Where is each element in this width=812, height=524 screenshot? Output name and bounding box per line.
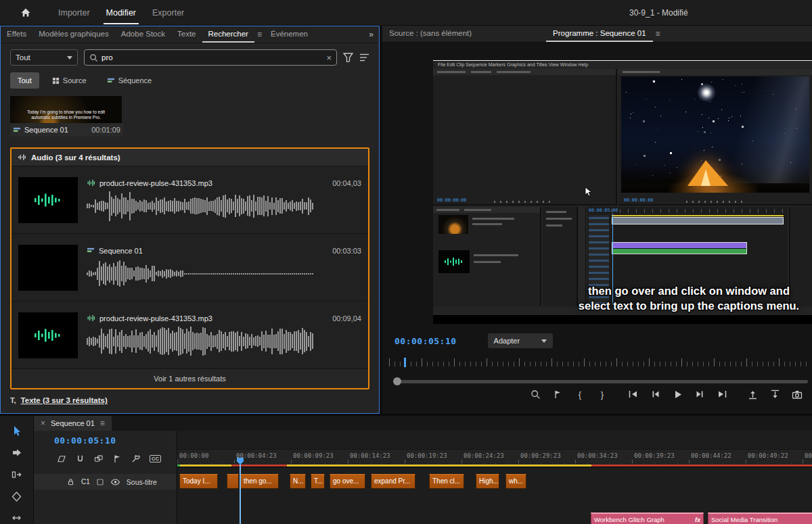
video-clip-social-media-transition[interactable]: Social Media Transition <box>708 513 812 524</box>
go-to-out-button[interactable] <box>717 389 727 400</box>
clear-search-icon[interactable]: × <box>326 53 332 63</box>
scrollbar-knob[interactable] <box>393 377 401 385</box>
program-mini-playhead[interactable] <box>404 358 406 367</box>
tab-source-monitor[interactable]: Source : (sans élément) <box>382 26 478 42</box>
filter-icon[interactable] <box>343 53 353 62</box>
timeline-ruler[interactable]: 00:00:0000:00:04:2300:00:09:2300:00:14:2… <box>177 450 812 467</box>
caption-clip-item[interactable] <box>227 474 239 489</box>
add-marker-icon[interactable] <box>113 454 121 463</box>
filter-button-tout[interactable]: Tout <box>10 72 39 89</box>
lift-button[interactable] <box>747 389 758 400</box>
go-to-in-button[interactable] <box>627 389 638 400</box>
caption-clip-then-cl[interactable]: Then cl... <box>429 474 464 489</box>
ruler-tick-label: 00:00:39:23 <box>634 452 675 459</box>
extract-button[interactable] <box>769 389 780 400</box>
timeline-header-column: 00:00:05:10 CC C1 <box>34 431 177 524</box>
show-more-results-button[interactable]: Voir 1 autres résultats <box>12 369 368 388</box>
close-tab-icon[interactable]: × <box>41 419 45 428</box>
panel-tab-adobe-stock[interactable]: Adobe Stock <box>115 26 171 43</box>
search-input[interactable] <box>102 53 323 62</box>
caption-clip-n[interactable]: N... <box>290 474 306 489</box>
lock-icon[interactable] <box>66 477 75 486</box>
timeline-panel: × Sequence 01 ≡ 00:00:05:10 CC <box>0 414 812 524</box>
audio-result-item[interactable]: product-review-pulse-431353.mp300:09,04 <box>12 302 368 369</box>
waveform-preview <box>87 325 361 358</box>
caption-clip-today-i[interactable]: Today I... <box>179 474 218 489</box>
ruler-tick-label: 00:00:29:23 <box>520 452 561 459</box>
caption-clip-go-ove[interactable]: go ove... <box>330 474 365 489</box>
caption-track-badge[interactable]: C1 <box>81 478 90 485</box>
caption-clip-expand-pr[interactable]: expand Pr... <box>371 474 415 489</box>
slip-tool[interactable] <box>9 513 25 524</box>
timeline-settings-wrench-icon[interactable] <box>131 454 140 463</box>
ruler-tick-label: 00:00:09:23 <box>293 452 334 459</box>
caption-track-header[interactable]: C1 Sous-titre <box>34 474 176 490</box>
panel-tab-effets[interactable]: Effets <box>1 26 32 43</box>
program-mini-ruler[interactable] <box>389 355 807 368</box>
panel-tab-rechercher[interactable]: Rechercher <box>202 26 254 43</box>
step-back-button[interactable] <box>650 389 660 400</box>
sync-lock-icon[interactable] <box>96 478 104 486</box>
audio-results-group[interactable]: Audio (3 sur 4 résultats) product-review… <box>10 147 369 389</box>
panel-tab-v-nemen[interactable]: Événemen <box>265 26 314 43</box>
tab-program-monitor[interactable]: Programme : Sequence 01 <box>546 26 652 42</box>
caption-clip-then-go[interactable]: then go... <box>240 474 279 489</box>
snap-magnet-icon[interactable] <box>76 454 85 463</box>
render-status-bar <box>177 465 812 467</box>
filter-button-source[interactable]: Source <box>45 72 94 89</box>
timeline-playhead[interactable] <box>240 458 241 524</box>
search-scope-dropdown[interactable]: Tout <box>10 49 78 66</box>
program-controls-row: 00:00:05:10 Adapter <box>382 331 812 351</box>
filter-button-s-quence[interactable]: Séquence <box>99 72 160 89</box>
ripple-edit-tool[interactable] <box>9 469 25 480</box>
track-visibility-eye-icon[interactable] <box>110 478 120 486</box>
panel-menu-icon[interactable]: ≡ <box>100 419 105 428</box>
program-zoom-scrollbar[interactable] <box>389 377 808 386</box>
captions-menu-icon[interactable]: CC <box>150 455 161 462</box>
sequence-icon <box>87 247 95 254</box>
nest-toggle-icon[interactable] <box>57 454 66 463</box>
texte-results-group-header[interactable]: T, Texte (3 sur 3 résultats) <box>10 396 369 404</box>
caption-clip-high[interactable]: High... <box>476 474 499 489</box>
caption-clip-t[interactable]: T... <box>311 474 325 489</box>
track-select-tool[interactable] <box>9 447 25 458</box>
waveform-preview <box>87 189 361 223</box>
premiere-pro-window: ImporterModifierExporter 30-9_1 - Modifi… <box>0 0 812 524</box>
mode-tab-importer[interactable]: Importer <box>55 1 93 24</box>
export-frame-button[interactable] <box>792 389 803 400</box>
home-icon[interactable] <box>20 7 31 18</box>
video-clip-label: Social Media Transition <box>711 515 777 524</box>
text-group-icon: T, <box>10 396 16 404</box>
panel-menu-icon[interactable]: ≡ <box>653 26 663 42</box>
caption-clip-wh[interactable]: wh... <box>505 474 526 489</box>
audio-result-item[interactable]: product-review-pulse-431353.mp300:04,03 <box>12 166 368 234</box>
mode-tabs: ImporterModifierExporter <box>55 1 187 24</box>
mode-tab-exporter[interactable]: Exporter <box>150 1 187 24</box>
program-timecode[interactable]: 00:00:05:10 <box>394 336 457 346</box>
mark-out-button[interactable]: } <box>597 389 608 400</box>
add-marker-button[interactable] <box>552 389 563 400</box>
thumb-caption-line1: Today I'm going to show you how to edit <box>10 110 122 115</box>
panel-tab-texte[interactable]: Texte <box>171 26 202 43</box>
sort-menu-icon[interactable] <box>359 53 369 62</box>
overflow-chevron-icon[interactable]: » <box>363 26 379 43</box>
timeline-timecode[interactable]: 00:00:05:10 <box>34 431 177 450</box>
panel-menu-icon[interactable]: ≡ <box>254 26 265 43</box>
panel-tab-mod-les-graphiques[interactable]: Modèles graphiques <box>32 26 115 43</box>
tab-sequence-01[interactable]: × Sequence 01 ≡ <box>34 416 112 431</box>
audio-thumbnail <box>18 312 78 358</box>
video-clip-workbench-glitch-graph[interactable]: Workbench Glitch Graphfx <box>591 513 704 524</box>
pen-tool[interactable] <box>9 491 25 502</box>
step-forward-button[interactable] <box>694 389 705 400</box>
mark-in-button[interactable]: { <box>574 389 585 400</box>
play-button[interactable] <box>672 389 683 400</box>
zoom-icon[interactable] <box>530 389 541 400</box>
top-search-result[interactable]: Today I'm going to show you how to edit … <box>10 96 123 137</box>
zoom-level-dropdown[interactable]: Adapter <box>488 333 553 348</box>
audio-result-item[interactable]: Sequence 0100:03:03 <box>12 234 368 302</box>
selection-tool[interactable] <box>9 425 25 437</box>
audio-item-duration: 00:04,03 <box>332 179 361 187</box>
project-title: 30-9_1 - Modifié <box>629 8 688 18</box>
linked-selection-icon[interactable] <box>94 454 104 463</box>
mode-tab-modifier[interactable]: Modifier <box>104 1 139 24</box>
